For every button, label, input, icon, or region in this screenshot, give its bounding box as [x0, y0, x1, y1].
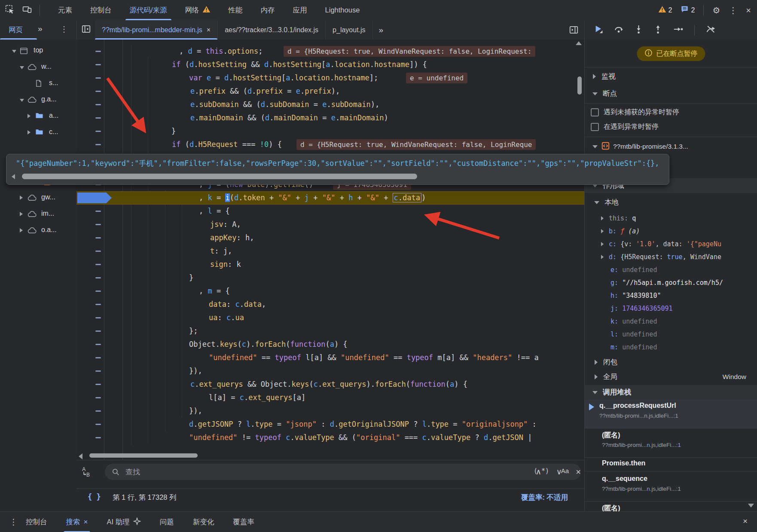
more-file-tabs-icon[interactable]: » — [379, 25, 384, 35]
gutter-fold-marker[interactable] — [95, 384, 101, 385]
code-line[interactable]: sign: k — [76, 258, 584, 271]
tab-page[interactable]: 网页 — [9, 20, 23, 40]
panel-tab-Lighthouse[interactable]: Lighthouse — [325, 0, 360, 20]
code-line[interactable]: appKey: h, — [76, 231, 584, 245]
code-line[interactable]: if (d.H5Request === !0) {d = {H5Request:… — [76, 138, 584, 151]
find-input-container[interactable]: (.*) Aa — [105, 464, 581, 480]
tooltip-scroll-left-arrow[interactable] — [12, 174, 15, 179]
resume-script-button[interactable] — [594, 24, 603, 35]
gutter-fold-marker[interactable] — [95, 131, 101, 132]
vertical-scroll-thumb[interactable] — [577, 76, 582, 95]
panel-tab-网络[interactable]: 网络 — [185, 0, 211, 20]
code-line[interactable]: , l = { — [76, 205, 584, 218]
chevron-right-icon[interactable] — [20, 228, 23, 232]
chevron-right-icon[interactable] — [601, 216, 604, 220]
sidebar-kebab-icon[interactable]: ⋮ — [60, 24, 68, 34]
close-file-tab-icon[interactable]: × — [207, 26, 211, 34]
pause-on-caught-row[interactable]: 在遇到异常时暂停 — [585, 119, 757, 134]
step-button[interactable] — [673, 26, 683, 34]
gutter-fold-marker[interactable] — [95, 277, 101, 278]
call-stack-frame[interactable]: q.__processRequestUrl??mtb/lib-promi...n… — [585, 400, 757, 428]
scope-variable-this[interactable]: this: q — [585, 212, 757, 224]
code-line[interactable]: d.getJSONP ? l.type = "jsonp" : d.getOri… — [76, 418, 584, 431]
close-devtools-icon[interactable]: × — [746, 6, 751, 15]
step-out-button[interactable] — [654, 24, 662, 36]
scope-closure-row[interactable]: 闭包 — [585, 355, 757, 370]
code-line[interactable]: , d = this.options;d = {H5Request: true,… — [76, 45, 584, 58]
panel-tab-性能[interactable]: 性能 — [229, 0, 243, 20]
drawer-tab-新变化[interactable]: 新变化 — [193, 512, 214, 532]
code-line[interactable]: ua: c.ua — [76, 311, 584, 324]
scope-variable-b[interactable]: b: ƒ (a) — [585, 225, 757, 237]
gutter-fold-marker[interactable] — [95, 224, 101, 225]
scope-variable-l[interactable]: l: undefined — [585, 328, 757, 340]
deactivate-breakpoints-button[interactable] — [706, 25, 716, 35]
code-line[interactable]: e.subDomain && (d.subDomain = e.subDomai… — [76, 98, 584, 111]
scroll-left-arrow[interactable] — [79, 453, 82, 459]
settings-gear-icon[interactable]: ⚙ — [712, 6, 720, 15]
scope-variable-j[interactable]: j: 1746346365091 — [585, 303, 757, 315]
scroll-up-arrow[interactable] — [576, 41, 582, 45]
chevron-right-icon[interactable] — [20, 196, 23, 200]
close-drawer-tab-icon[interactable]: × — [84, 518, 88, 526]
show-navigator-icon[interactable] — [569, 26, 578, 36]
scope-variable-g[interactable]: g: "//h5api.m.goofish.com/h5/ — [585, 277, 757, 289]
code-line[interactable]: if (d.hostSetting && d.hostSetting[a.loc… — [76, 58, 584, 71]
gutter-fold-marker[interactable] — [95, 211, 101, 212]
chevron-right-icon[interactable] — [601, 242, 604, 246]
code-line[interactable]: l[a] = c.ext_querys[a] — [76, 391, 584, 404]
code-line[interactable]: e.mainDomain && (d.mainDomain = e.mainDo… — [76, 111, 584, 125]
call-stack-frame[interactable]: (匿名) — [585, 502, 757, 511]
file-tab[interactable]: aes/??tracker/3...3.0.1/index.js — [218, 20, 326, 40]
scope-variable-c[interactable]: c: {v: '1.0', data: '{"pageNu — [585, 238, 757, 250]
step-over-button[interactable] — [614, 25, 623, 35]
tree-item-s...[interactable]: s... — [0, 76, 76, 92]
gutter-fold-marker[interactable] — [95, 237, 101, 238]
drawer-tab-AI 助理[interactable]: AI 助理 — [107, 512, 140, 532]
code-line[interactable]: } — [76, 125, 584, 138]
code-line[interactable]: t: j, — [76, 245, 584, 258]
call-stack-frame[interactable]: Promise.then — [585, 457, 757, 471]
device-toolbar-icon[interactable] — [22, 5, 32, 15]
execution-line[interactable]: , k = i(d.token + "&" + j + "&" + h + "&… — [76, 191, 584, 205]
code-line[interactable]: } — [76, 271, 584, 284]
gutter-fold-marker[interactable] — [95, 397, 101, 398]
pretty-print-icon[interactable]: { } — [88, 492, 101, 501]
gutter-fold-marker[interactable] — [95, 330, 101, 332]
tree-item-gw...[interactable]: gw... — [0, 190, 76, 206]
code-line[interactable]: }), — [76, 364, 584, 378]
step-into-button[interactable] — [635, 24, 643, 36]
code-line[interactable]: var e = d.hostSetting[a.location.hostnam… — [76, 71, 584, 85]
drawer-tab-覆盖率[interactable]: 覆盖率 — [233, 512, 254, 532]
tree-item-im...[interactable]: im... — [0, 206, 76, 223]
gutter-fold-marker[interactable] — [95, 357, 101, 358]
gutter-fold-marker[interactable] — [95, 317, 101, 318]
gutter-fold-marker[interactable] — [95, 410, 101, 412]
tree-item-o.a...[interactable]: o.a... — [0, 223, 76, 239]
gutter-fold-marker[interactable] — [95, 117, 101, 119]
gutter-fold-marker[interactable] — [95, 51, 101, 52]
panel-tab-元素[interactable]: 元素 — [58, 0, 72, 20]
section-breakpoints[interactable]: 断点 — [585, 85, 757, 102]
tree-item-w...[interactable]: w... — [0, 59, 76, 76]
chevron-right-icon[interactable] — [601, 229, 604, 233]
gutter-fold-marker[interactable] — [95, 104, 101, 105]
scope-variable-e[interactable]: e: undefined — [585, 264, 757, 276]
tree-item-g.a...[interactable]: g.a... — [0, 92, 76, 108]
find-ab-icon[interactable]: AB — [82, 466, 91, 479]
drawer-kebab-icon[interactable]: ⋮ — [9, 517, 18, 527]
panel-tab-内存[interactable]: 内存 — [261, 0, 275, 20]
scope-variable-h[interactable]: h: "34839810" — [585, 290, 757, 302]
scope-variable-d[interactable]: d: {H5Request: true, WindVane — [585, 251, 757, 263]
editor-horizontal-scrollbar[interactable] — [76, 452, 584, 459]
breakpoint-group-row[interactable]: ??mtb/lib-promise/3.1.3... — [585, 138, 757, 155]
code-line[interactable]: jsv: A, — [76, 218, 584, 231]
gutter-fold-marker[interactable] — [95, 264, 101, 265]
gutter-fold-marker[interactable] — [95, 77, 101, 79]
chevron-down-icon[interactable] — [20, 99, 24, 102]
gutter-fold-marker[interactable] — [95, 91, 101, 92]
gutter-fold-marker[interactable] — [95, 370, 101, 372]
scope-variable-k[interactable]: k: undefined — [585, 315, 757, 327]
call-stack-frame[interactable]: (匿名)??mtb/lib-promi...n.js,idleFi...:1 — [585, 429, 757, 458]
find-close-icon[interactable]: × — [576, 467, 581, 477]
